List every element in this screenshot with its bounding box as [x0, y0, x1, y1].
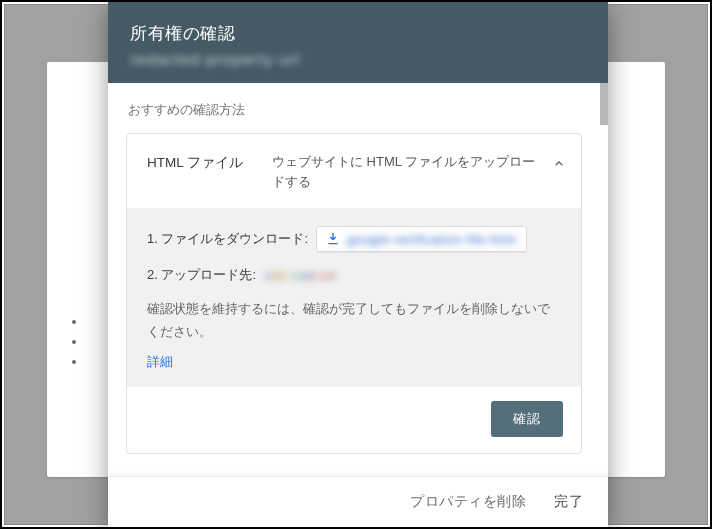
scrollbar-thumb[interactable]: [600, 83, 608, 125]
retention-note: 確認状態を維持するには、確認が完了してもファイルを削除しないでください。: [147, 298, 561, 343]
bg-bullet: [72, 320, 76, 324]
bg-bullet: [72, 340, 76, 344]
viewport: 所有権の確認 redacted-property-url おすすめの確認方法 H…: [0, 0, 712, 529]
modal-header: 所有権の確認 redacted-property-url: [108, 2, 608, 83]
verify-row: 確認: [127, 387, 581, 453]
step-2-label: 2. アップロード先:: [147, 264, 256, 286]
ownership-verification-modal: 所有権の確認 redacted-property-url おすすめの確認方法 H…: [108, 2, 608, 527]
download-file-button[interactable]: google-verification-file.html: [316, 226, 527, 252]
modal-footer: プロパティを削除 完了: [108, 476, 608, 527]
method-header[interactable]: HTML ファイル ウェブサイトに HTML ファイルをアップロードする: [127, 134, 581, 208]
method-name: HTML ファイル: [147, 152, 272, 172]
details-link[interactable]: 詳細: [147, 353, 173, 371]
done-button[interactable]: 完了: [552, 489, 586, 515]
bg-bullet: [72, 360, 76, 364]
delete-property-button[interactable]: プロパティを削除: [408, 489, 528, 515]
modal-body: おすすめの確認方法 HTML ファイル ウェブサイトに HTML ファイルをアッ…: [108, 83, 608, 476]
step-2: 2. アップロード先: site-root-url: [147, 264, 561, 286]
method-card-html-file: HTML ファイル ウェブサイトに HTML ファイルをアップロードする 1. …: [126, 133, 582, 454]
modal-scroll-area[interactable]: おすすめの確認方法 HTML ファイル ウェブサイトに HTML ファイルをアッ…: [108, 83, 600, 476]
step-1-label: 1. ファイルをダウンロード:: [147, 228, 308, 250]
verify-button[interactable]: 確認: [491, 401, 563, 437]
modal-title: 所有権の確認: [130, 22, 586, 45]
upload-target-redacted: site-root-url: [264, 268, 336, 283]
method-body: 1. ファイルをダウンロード: google-verification-file…: [127, 208, 581, 387]
download-icon: [325, 231, 341, 247]
modal-subtitle-redacted: redacted-property-url: [130, 51, 586, 69]
chevron-up-icon: [551, 156, 567, 172]
scrollbar-track[interactable]: [600, 83, 608, 476]
download-file-name-redacted: google-verification-file.html: [347, 232, 516, 247]
step-1: 1. ファイルをダウンロード: google-verification-file…: [147, 226, 561, 252]
method-description: ウェブサイトに HTML ファイルをアップロードする: [272, 152, 545, 192]
other-methods-label: その他の確認方法: [108, 462, 600, 476]
recommended-method-label: おすすめの確認方法: [108, 83, 600, 133]
